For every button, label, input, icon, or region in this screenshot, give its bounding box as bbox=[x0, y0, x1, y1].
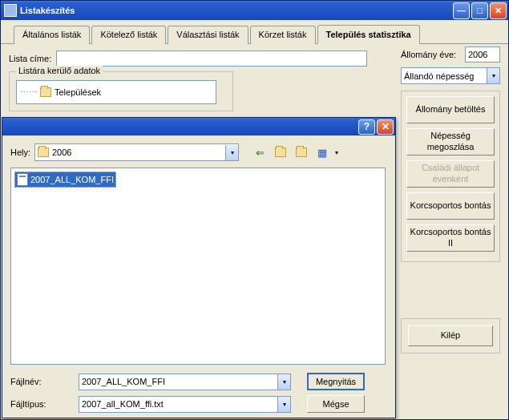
filetype-label: Fájltípus: bbox=[10, 399, 79, 409]
tab-mandatory-lists[interactable]: Kötelező listák bbox=[91, 26, 166, 44]
chevron-down-icon[interactable]: ▾ bbox=[277, 374, 290, 390]
tab-strip: Általános listák Kötelező listák Választ… bbox=[1, 25, 508, 44]
main-title-bar: Listakészítés — □ ✕ bbox=[1, 1, 508, 20]
tab-district-lists[interactable]: Körzet listák bbox=[250, 26, 316, 44]
filename-combo[interactable]: 2007_ALL_KOM_FFI ▾ bbox=[79, 374, 291, 390]
open-file-dialog: ? ✕ Hely: 2006 ▾ ⇐ ▦ ▾ bbox=[2, 117, 396, 418]
look-in-select[interactable]: 2006 ▾ bbox=[34, 143, 239, 161]
fieldset-legend: Listára kerülő adatok bbox=[16, 66, 103, 75]
year-input[interactable] bbox=[465, 46, 500, 63]
tree-connector: ⋯⋯ bbox=[20, 87, 38, 98]
filetype-combo[interactable]: 2007_all_KOM_ffi.txt ▾ bbox=[79, 396, 291, 413]
maximize-button[interactable]: □ bbox=[471, 2, 488, 19]
cancel-button[interactable]: Mégse bbox=[307, 395, 365, 413]
load-stock-button[interactable]: Állomány betöltés bbox=[406, 96, 495, 123]
location-label: Hely: bbox=[10, 147, 34, 157]
look-in-value: 2006 bbox=[52, 147, 71, 157]
age-group-2-button[interactable]: Korcsoportos bontás II bbox=[406, 224, 495, 252]
filename-value: 2007_ALL_KOM_FFI bbox=[82, 377, 165, 386]
dialog-close-button[interactable]: ✕ bbox=[377, 119, 394, 135]
dialog-title-bar: ? ✕ bbox=[2, 118, 395, 135]
tree-view[interactable]: ⋯⋯ Települések bbox=[16, 80, 216, 104]
file-item-selected[interactable]: 2007_ALL_KOM_FFI bbox=[14, 172, 116, 188]
year-label: Állomány éve: bbox=[401, 50, 456, 59]
exit-panel: Kilép bbox=[401, 318, 500, 353]
tab-election-lists[interactable]: Választási listák bbox=[168, 26, 248, 44]
select-value: Állandó népesség bbox=[404, 71, 474, 81]
filetype-value: 2007_all_KOM_ffi.txt bbox=[82, 399, 164, 409]
filename-label: Fájlnév: bbox=[10, 377, 79, 386]
close-button[interactable]: ✕ bbox=[490, 2, 507, 19]
folder-icon bbox=[40, 87, 51, 97]
app-icon bbox=[4, 4, 17, 17]
list-title-label: Lista címe: bbox=[9, 54, 51, 63]
family-status-button: Családi állapot évenként bbox=[406, 160, 495, 188]
up-one-level-icon[interactable] bbox=[273, 144, 289, 160]
age-group-button[interactable]: Korcsoportos bontás bbox=[406, 192, 495, 220]
chevron-down-icon[interactable]: ▾ bbox=[487, 68, 499, 83]
minimize-button[interactable]: — bbox=[453, 2, 470, 19]
tab-general-lists[interactable]: Általános listák bbox=[14, 26, 90, 44]
action-button-panel: Állomány betöltés Népesség megoszlása Cs… bbox=[401, 91, 500, 262]
text-file-icon bbox=[17, 173, 28, 186]
open-button[interactable]: Megnyitás bbox=[307, 373, 365, 390]
chevron-down-icon[interactable]: ▾ bbox=[277, 397, 290, 412]
tab-settlement-statistics[interactable]: Település statisztika bbox=[317, 25, 420, 44]
tree-item-settlements[interactable]: Települések bbox=[55, 87, 101, 97]
back-icon[interactable]: ⇐ bbox=[252, 144, 268, 160]
view-menu-icon[interactable]: ▦ bbox=[314, 144, 330, 160]
file-list[interactable]: 2007_ALL_KOM_FFI bbox=[10, 168, 386, 365]
list-title-input[interactable] bbox=[56, 50, 367, 67]
population-distribution-button[interactable]: Népesség megoszlása bbox=[406, 128, 495, 155]
new-folder-icon[interactable] bbox=[293, 144, 309, 160]
folder-icon bbox=[38, 147, 49, 157]
exit-button[interactable]: Kilép bbox=[408, 325, 493, 346]
population-type-select[interactable]: Állandó népesség ▾ bbox=[401, 67, 500, 84]
chevron-down-icon[interactable]: ▾ bbox=[225, 145, 238, 160]
window-title: Listakészítés bbox=[20, 6, 75, 15]
help-button[interactable]: ? bbox=[358, 119, 375, 135]
list-data-fieldset: Listára kerülő adatok ⋯⋯ Települések bbox=[9, 71, 233, 111]
file-item-label: 2007_ALL_KOM_FFI bbox=[30, 175, 114, 184]
view-menu-dropdown-icon[interactable]: ▾ bbox=[335, 149, 338, 156]
